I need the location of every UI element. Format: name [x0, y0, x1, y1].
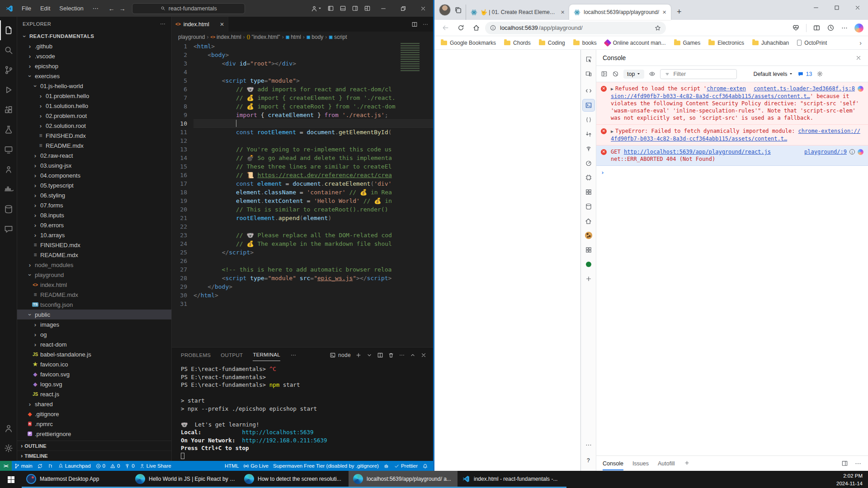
- console-link[interactable]: http://localhost:5639/app/playground/rea…: [624, 149, 771, 155]
- code-line[interactable]: // 💰 The example in the markdown file sh…: [193, 239, 433, 248]
- tree-item[interactable]: ≡FINISHED.mdx: [17, 131, 171, 141]
- ellipsis-icon[interactable]: [399, 352, 405, 358]
- bookmark-item[interactable]: Games: [674, 40, 701, 46]
- activity-run-debug-icon[interactable]: [0, 80, 17, 100]
- new-tab-button[interactable]: +: [673, 5, 685, 18]
- tree-item[interactable]: JSbabel-standalone.js: [17, 349, 171, 359]
- menu-selection[interactable]: Selection: [56, 4, 87, 13]
- tree-item[interactable]: ›04.components: [17, 170, 171, 180]
- activity-testing-icon[interactable]: [0, 120, 17, 140]
- code-line[interactable]: // 📜 https://react.dev/reference/react/c…: [193, 171, 433, 179]
- browser-essentials-icon[interactable]: [792, 24, 800, 32]
- add-drawer-tab-icon[interactable]: [684, 460, 690, 467]
- source-link[interactable]: content.ts-loader-3ed3668f.js:8: [754, 85, 855, 92]
- tree-item[interactable]: ›react-dom: [17, 339, 171, 349]
- home-icon[interactable]: [470, 22, 482, 34]
- start-button[interactable]: [0, 471, 22, 488]
- console-message[interactable]: ✕▶TypeError: Failed to fetch dynamically…: [596, 125, 868, 145]
- maximize-icon[interactable]: [826, 0, 847, 15]
- tree-item[interactable]: ›public: [17, 310, 171, 319]
- tree-item[interactable]: ›node_modules: [17, 260, 171, 270]
- breadcrumb-item[interactable]: <>index.html: [210, 34, 241, 40]
- tree-item[interactable]: ›shared: [17, 399, 171, 409]
- breadcrumb[interactable]: playground›<>index.html›{}"index.html"›▣…: [172, 32, 433, 42]
- devtools-add-tools-icon[interactable]: [583, 273, 594, 285]
- browser-tab[interactable]: localhost:5639/app/playground/✕: [569, 5, 671, 20]
- trash-icon[interactable]: [388, 352, 394, 358]
- tree-item[interactable]: ›.vscode: [17, 51, 171, 61]
- code-line[interactable]: [193, 222, 433, 231]
- devtools-device-toolbar-icon[interactable]: [583, 68, 594, 80]
- toggle-panel-icon[interactable]: [340, 5, 346, 12]
- code-line[interactable]: <!-- this is here to add automatic brows…: [193, 265, 433, 274]
- tree-item[interactable]: ›02.raw-react: [17, 150, 171, 160]
- code-line[interactable]: // 💰 import { createElement } from './re…: [193, 94, 433, 102]
- tree-item[interactable]: ›10.arrays: [17, 230, 171, 240]
- bookmark-item[interactable]: OctoPrint: [797, 40, 827, 46]
- sidebar-section-timeline[interactable]: ›TIMELINE: [17, 451, 171, 461]
- console-settings-gear-icon[interactable]: [816, 70, 823, 77]
- taskbar-button[interactable]: How to detect the screen resoluti...: [240, 471, 349, 488]
- status-item-bell[interactable]: [420, 461, 430, 471]
- panel-tab-problems[interactable]: PROBLEMS: [181, 349, 211, 361]
- tree-item[interactable]: ›playground: [17, 270, 171, 280]
- forward-arrow-icon[interactable]: →: [119, 5, 126, 12]
- activity-chat-icon[interactable]: [0, 219, 17, 239]
- code-line[interactable]: [193, 300, 433, 308]
- workspaces-icon[interactable]: [454, 6, 462, 14]
- profile-avatar[interactable]: [439, 4, 451, 16]
- code-line[interactable]: // 💣 So go ahead and delete this impleme…: [193, 154, 433, 162]
- tree-item[interactable]: ›02.problem.root: [17, 111, 171, 121]
- split-editor-icon[interactable]: [411, 21, 418, 28]
- code-line[interactable]: <script type="module">: [193, 76, 433, 85]
- tree-item[interactable]: ›og: [17, 329, 171, 339]
- copilot-explain-icon[interactable]: [858, 149, 863, 155]
- ellipsis-icon[interactable]: [290, 352, 297, 358]
- breadcrumb-item[interactable]: ▣script: [329, 34, 347, 40]
- status-item-prettier[interactable]: Prettier: [392, 461, 420, 471]
- devtools-storage-icon[interactable]: [583, 201, 594, 212]
- tree-item[interactable]: ›09.errors: [17, 220, 171, 230]
- code-editor[interactable]: 1234567891011121314151617181920212223242…: [172, 42, 433, 347]
- activity-source-control-icon[interactable]: [0, 60, 17, 80]
- minimize-icon[interactable]: [806, 0, 826, 15]
- devtools-memory-icon[interactable]: [583, 172, 594, 183]
- code-line[interactable]: [193, 257, 433, 265]
- devtools-wireless-icon[interactable]: [583, 143, 594, 155]
- explorer-actions-icon[interactable]: [160, 21, 166, 27]
- tab-close-icon[interactable]: ✕: [561, 9, 565, 15]
- close-icon[interactable]: [847, 0, 868, 15]
- split-icon[interactable]: [377, 352, 383, 358]
- chevron-down-icon[interactable]: [366, 352, 373, 358]
- status-item-go-live[interactable]: Go Live: [241, 461, 271, 471]
- bookmark-item[interactable]: Juhachiban: [752, 40, 789, 46]
- back-arrow-icon[interactable]: ←: [108, 5, 115, 12]
- restore-icon[interactable]: [393, 0, 413, 17]
- status-item-0[interactable]: 0: [93, 461, 108, 471]
- terminal-instance[interactable]: node: [330, 352, 351, 358]
- editor-tab-index-html[interactable]: <> index.html ✕: [172, 17, 228, 32]
- console-sidebar-icon[interactable]: [601, 70, 608, 77]
- minimize-icon[interactable]: [373, 0, 393, 17]
- console-message[interactable]: ✕content.ts-loader-3ed3668f.js:8▶Refused…: [596, 82, 868, 125]
- code-line[interactable]: // 🐨 add imports for react and react-dom…: [193, 85, 433, 94]
- minimap[interactable]: [401, 43, 427, 72]
- tree-item[interactable]: ★favicon.ico: [17, 359, 171, 369]
- more-menu-icon[interactable]: [841, 24, 848, 32]
- code-line[interactable]: const rootElement = document.getElementB…: [193, 128, 433, 136]
- history-icon[interactable]: [827, 24, 835, 32]
- plus-icon[interactable]: [355, 352, 362, 358]
- status-item-robot[interactable]: [381, 461, 392, 471]
- terminal[interactable]: PS E:\react-fundamentals> ^CPS E:\react-…: [172, 362, 433, 461]
- devtools-recorder-icon[interactable]: [583, 258, 594, 270]
- code-line[interactable]: </body>: [193, 282, 433, 291]
- close-icon[interactable]: [413, 0, 433, 17]
- activity-docker-icon[interactable]: [0, 179, 17, 199]
- drawer-tab-issues[interactable]: Issues: [632, 460, 649, 467]
- code-line[interactable]: <body>: [193, 51, 433, 59]
- drawer-tab-autofill[interactable]: Autofill: [658, 460, 675, 467]
- tree-item[interactable]: ›images: [17, 319, 171, 329]
- tree-item[interactable]: ›01.problem.hello: [17, 91, 171, 101]
- status-item-sync[interactable]: [35, 461, 45, 471]
- address-bar[interactable]: localhost:5639/app/playground/: [485, 22, 666, 34]
